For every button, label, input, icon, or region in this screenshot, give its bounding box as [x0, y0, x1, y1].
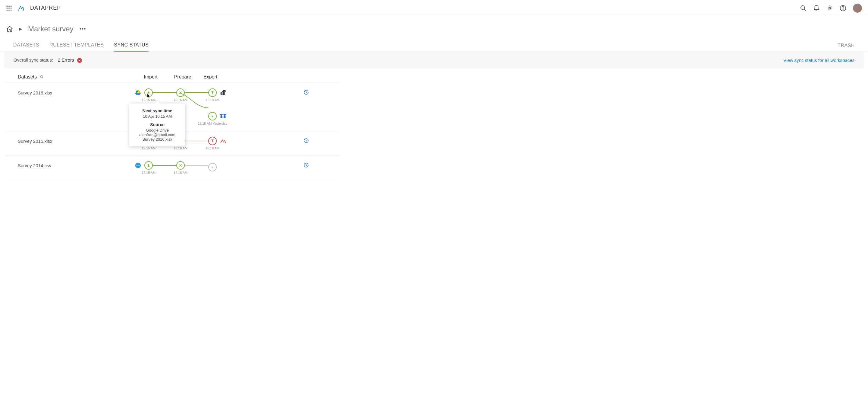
status-label: Overall sync status:: [13, 57, 53, 62]
connector: [185, 165, 208, 166]
pipeline: 12.15 AM Next sync time 10 Apr 10:15 AM …: [135, 88, 326, 125]
search-datasets-icon[interactable]: [40, 75, 44, 79]
table-row: Survey 2016.xlsx 12.15 AM: [4, 83, 339, 131]
svg-point-14: [40, 76, 42, 78]
table-row: Survey 2014.csv csv 12.15 AM 12.16 AM: [4, 155, 339, 180]
pipeline: csv 12.15 AM 12.16 AM: [135, 161, 326, 174]
import-time: 12.15 AM: [142, 98, 156, 102]
history-icon[interactable]: [304, 138, 309, 143]
dataset-name: Survey 2015.xlsx: [18, 137, 135, 144]
export-time: 12.10 AM Yesterday: [198, 122, 227, 125]
col-import: Import: [135, 74, 167, 80]
tooltip: Next sync time 10 Apr 10:15 AM Source Go…: [129, 104, 185, 146]
prepare-node[interactable]: [176, 161, 185, 170]
breadcrumb-chevron-icon: ▶: [19, 27, 22, 31]
tab-datasets[interactable]: DATASETS: [13, 39, 39, 52]
status-value: 2 Errors: [58, 57, 74, 62]
connector: [153, 165, 176, 166]
table-head: Datasets Import Prepare Export: [4, 68, 339, 83]
dataset-name: Survey 2016.xlsx: [18, 88, 135, 95]
search-icon[interactable]: [800, 5, 807, 11]
import-node[interactable]: [144, 161, 153, 170]
export-node[interactable]: [208, 137, 217, 145]
dataset-name: Survey 2014.csv: [18, 161, 135, 168]
svg-marker-18: [136, 93, 141, 95]
tooltip-source-l3: Survey 2016.xlsx: [133, 137, 182, 142]
status-summary: Overall sync status: 2 Errors ✕: [13, 57, 82, 63]
prepare-time: 12.16 AM: [174, 171, 187, 174]
svg-line-15: [42, 78, 43, 79]
svg-marker-25: [223, 116, 226, 118]
topbar: DATAPREP: [0, 0, 868, 16]
tooltip-next-sync-val: 10 Apr 10:15 AM: [133, 114, 182, 119]
svg-rect-3: [7, 7, 7, 8]
branch-connector: [176, 93, 249, 111]
import-node[interactable]: [144, 88, 153, 97]
tooltip-source-l1: Google Drive: [133, 128, 182, 133]
export-time: 12.19 AM: [206, 146, 219, 150]
bell-icon[interactable]: [813, 5, 820, 11]
workspace-title: Market survey: [28, 25, 73, 33]
topbar-left: DATAPREP: [6, 4, 61, 12]
help-icon[interactable]: [840, 5, 846, 11]
svg-text:csv: csv: [136, 164, 140, 167]
apps-grid-icon[interactable]: [6, 5, 12, 11]
col-datasets-label: Datasets: [18, 74, 37, 80]
topbar-right: [800, 4, 862, 13]
svg-rect-2: [10, 5, 11, 6]
dropbox-icon: [220, 113, 226, 119]
export-node[interactable]: [208, 163, 217, 171]
import-time: 12.15 AM: [142, 171, 156, 174]
sync-table: Datasets Import Prepare Export Survey 20…: [0, 68, 344, 180]
svg-rect-5: [10, 7, 11, 8]
gdrive-icon: [135, 89, 141, 96]
svg-line-10: [804, 9, 806, 10]
svg-point-13: [843, 9, 843, 10]
col-prepare: Prepare: [167, 74, 198, 80]
more-actions-icon[interactable]: •••: [80, 26, 86, 32]
databricks-icon: [220, 138, 226, 144]
svg-rect-1: [8, 5, 9, 6]
svg-rect-8: [10, 10, 11, 10]
svg-rect-7: [8, 10, 9, 10]
app-name: DATAPREP: [30, 5, 61, 11]
prepare-time: 12.16 AM: [174, 146, 187, 150]
svg-marker-22: [220, 114, 223, 116]
tab-ruleset-templates[interactable]: RULESET TEMPLATES: [50, 39, 104, 52]
error-badge-icon: ✕: [77, 58, 82, 63]
connector: [185, 141, 208, 141]
svg-rect-4: [8, 7, 9, 8]
import-time: 12.15 AM: [142, 146, 156, 150]
connector: [153, 92, 176, 93]
history-icon[interactable]: [304, 162, 309, 168]
app-logo-icon[interactable]: [18, 4, 25, 12]
gear-icon[interactable]: [827, 5, 833, 11]
breadcrumb: ▶ Market survey •••: [0, 16, 868, 39]
tooltip-source-l2: alanfran@gmail.com: [133, 133, 182, 137]
tabs-left: DATASETS RULESET TEMPLATES SYNC STATUS: [13, 39, 149, 52]
svg-marker-23: [223, 114, 226, 116]
svg-rect-0: [7, 5, 7, 6]
col-export: Export: [198, 74, 250, 80]
tab-trash[interactable]: TRASH: [838, 40, 855, 51]
history-icon[interactable]: [304, 90, 309, 95]
view-all-workspaces-link[interactable]: View sync status for all workspaces: [783, 58, 855, 63]
tabs: DATASETS RULESET TEMPLATES SYNC STATUS T…: [0, 39, 868, 52]
status-bar: Overall sync status: 2 Errors ✕ View syn…: [4, 52, 864, 68]
tooltip-source-head: Source: [133, 122, 182, 127]
svg-point-11: [829, 7, 831, 9]
svg-point-9: [801, 5, 805, 9]
svg-rect-6: [7, 10, 7, 10]
col-datasets: Datasets: [18, 74, 135, 80]
home-icon[interactable]: [6, 25, 13, 33]
avatar[interactable]: [853, 4, 862, 13]
tooltip-next-sync-head: Next sync time: [133, 108, 182, 113]
tab-sync-status[interactable]: SYNC STATUS: [114, 39, 149, 52]
svg-marker-24: [220, 116, 223, 118]
export-node[interactable]: [208, 112, 217, 120]
csv-icon: csv: [135, 162, 141, 169]
